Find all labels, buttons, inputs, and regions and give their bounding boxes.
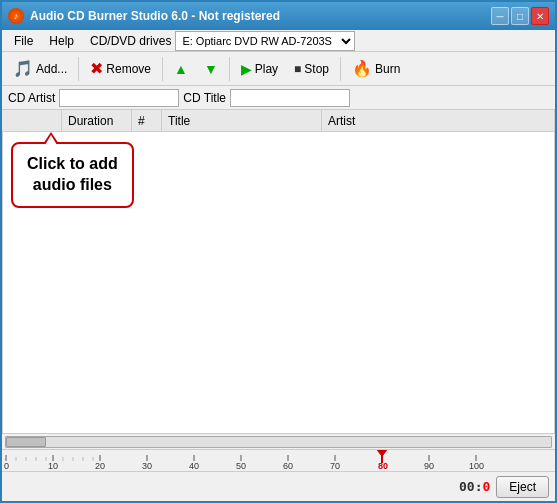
close-button[interactable]: ✕ xyxy=(531,7,549,25)
add-icon: 🎵 xyxy=(13,59,33,78)
toolbar-sep-4 xyxy=(340,57,341,81)
maximize-button[interactable]: □ xyxy=(511,7,529,25)
bottom-bar: 00:0 Eject xyxy=(2,471,555,501)
scroll-thumb xyxy=(6,437,46,447)
svg-text:70: 70 xyxy=(330,461,340,469)
toolbar-sep-2 xyxy=(162,57,163,81)
svg-text:90: 90 xyxy=(424,461,434,469)
window-controls: ─ □ ✕ xyxy=(491,7,549,25)
add-label: Add... xyxy=(36,62,67,76)
col-header-artist: Artist xyxy=(322,110,555,131)
minimize-button[interactable]: ─ xyxy=(491,7,509,25)
drives-dropdown[interactable]: E: Optiarc DVD RW AD-7203S xyxy=(175,31,355,51)
move-down-button[interactable]: ▼ xyxy=(197,55,225,83)
app-window: ♪ Audio CD Burner Studio 6.0 - Not regis… xyxy=(0,0,557,503)
remove-icon: ✖ xyxy=(90,59,103,78)
add-button[interactable]: 🎵 Add... xyxy=(6,55,74,83)
menu-file[interactable]: File xyxy=(6,32,41,50)
play-button[interactable]: ▶ Play xyxy=(234,55,285,83)
cd-info-bar: CD Artist CD Title xyxy=(2,86,555,110)
time-value: 00: xyxy=(459,479,482,494)
play-label: Play xyxy=(255,62,278,76)
up-icon: ▲ xyxy=(174,61,188,77)
cd-artist-label: CD Artist xyxy=(8,91,55,105)
horizontal-scrollbar[interactable] xyxy=(5,436,552,448)
burn-button[interactable]: 🔥 Burn xyxy=(345,55,407,83)
svg-marker-17 xyxy=(376,449,388,457)
play-icon: ▶ xyxy=(241,61,252,77)
toolbar-sep-3 xyxy=(229,57,230,81)
drives-section: CD/DVD drives E: Optiarc DVD RW AD-7203S xyxy=(90,31,355,51)
svg-text:80: 80 xyxy=(378,461,388,469)
svg-text:50: 50 xyxy=(236,461,246,469)
svg-text:20: 20 xyxy=(95,461,105,469)
time-highlight: 0 xyxy=(482,479,490,494)
cd-title-input[interactable] xyxy=(230,89,350,107)
cd-artist-input[interactable] xyxy=(59,89,179,107)
svg-text:100: 100 xyxy=(469,461,484,469)
stop-label: Stop xyxy=(304,62,329,76)
toolbar-sep-1 xyxy=(78,57,79,81)
svg-text:10: 10 xyxy=(48,461,58,469)
stop-icon: ■ xyxy=(294,62,301,76)
col-header-number: # xyxy=(132,110,162,131)
title-bar-left: ♪ Audio CD Burner Studio 6.0 - Not regis… xyxy=(8,8,280,24)
app-icon: ♪ xyxy=(8,8,24,24)
burn-icon: 🔥 xyxy=(352,59,372,78)
drives-label: CD/DVD drives xyxy=(90,34,171,48)
col-header-title: Title xyxy=(162,110,322,131)
toolbar: 🎵 Add... ✖ Remove ▲ ▼ ▶ Play ■ Stop 🔥 Bu… xyxy=(2,52,555,86)
burn-label: Burn xyxy=(375,62,400,76)
timeline: 0 10 20 30 40 50 60 70 80 90 100 xyxy=(2,449,555,471)
app-title: Audio CD Burner Studio 6.0 - Not registe… xyxy=(30,9,280,23)
col-header-duration: Duration xyxy=(62,110,132,131)
svg-text:60: 60 xyxy=(283,461,293,469)
menu-help[interactable]: Help xyxy=(41,32,82,50)
menu-bar: File Help CD/DVD drives E: Optiarc DVD R… xyxy=(2,30,555,52)
tooltip-line2: audio files xyxy=(33,176,112,193)
down-icon: ▼ xyxy=(204,61,218,77)
tooltip-line1: Click to add xyxy=(27,155,118,172)
scroll-area xyxy=(2,433,555,449)
col-header-name xyxy=(2,110,62,131)
remove-label: Remove xyxy=(106,62,151,76)
time-display: 00:0 xyxy=(459,479,490,494)
main-content: Click to add audio files xyxy=(2,132,555,433)
svg-text:30: 30 xyxy=(142,461,152,469)
svg-text:0: 0 xyxy=(4,461,9,469)
stop-button[interactable]: ■ Stop xyxy=(287,55,336,83)
timeline-svg: 0 10 20 30 40 50 60 70 80 90 100 xyxy=(2,449,492,469)
remove-button[interactable]: ✖ Remove xyxy=(83,55,158,83)
move-up-button[interactable]: ▲ xyxy=(167,55,195,83)
cd-title-label: CD Title xyxy=(183,91,226,105)
eject-button[interactable]: Eject xyxy=(496,476,549,498)
table-header: Duration # Title Artist xyxy=(2,110,555,132)
svg-text:40: 40 xyxy=(189,461,199,469)
title-bar: ♪ Audio CD Burner Studio 6.0 - Not regis… xyxy=(2,2,555,30)
tooltip-balloon: Click to add audio files xyxy=(11,142,134,208)
